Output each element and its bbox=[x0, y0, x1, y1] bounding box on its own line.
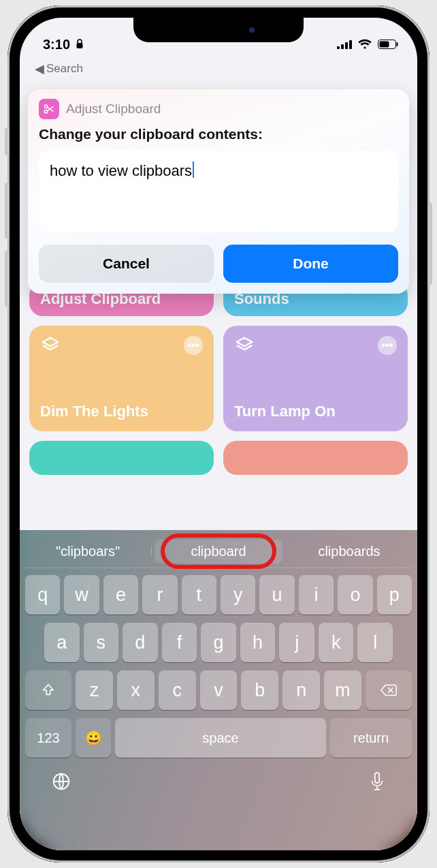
clipboard-input[interactable]: how to view clipboars bbox=[39, 151, 398, 232]
wifi-icon bbox=[357, 39, 372, 50]
back-label: Search bbox=[46, 62, 83, 76]
suggestion-1[interactable]: clipboard bbox=[155, 540, 282, 563]
notch bbox=[133, 18, 304, 42]
back-nav[interactable]: ◀ Search bbox=[20, 59, 417, 76]
volume-down-button bbox=[5, 251, 9, 307]
shortcut-card-dim-lights[interactable]: ••• Dim The Lights bbox=[29, 326, 214, 431]
phone-frame: 3:10 ◀ Search bbox=[7, 5, 430, 863]
key-y[interactable]: y bbox=[221, 575, 255, 615]
key-b[interactable]: b bbox=[241, 670, 278, 710]
key-q[interactable]: q bbox=[25, 575, 60, 615]
shortcut-title: Dim The Lights bbox=[40, 403, 203, 420]
key-d[interactable]: d bbox=[123, 623, 158, 662]
globe-icon[interactable] bbox=[51, 771, 71, 792]
key-k[interactable]: k bbox=[319, 623, 354, 662]
key-return[interactable]: return bbox=[330, 718, 412, 758]
shortcut-card-partial-2[interactable] bbox=[223, 441, 408, 475]
key-emoji[interactable]: 😀 bbox=[76, 718, 111, 758]
svg-rect-0 bbox=[77, 43, 83, 48]
key-v[interactable]: v bbox=[200, 670, 238, 710]
keyboard: "clipboars" clipboard clipboards q w e r… bbox=[20, 530, 417, 850]
chevron-left-icon: ◀ bbox=[35, 61, 44, 76]
scissors-icon bbox=[39, 99, 59, 119]
key-o[interactable]: o bbox=[338, 575, 372, 615]
svg-rect-7 bbox=[397, 42, 398, 46]
key-z[interactable]: z bbox=[76, 670, 113, 710]
key-shift[interactable] bbox=[25, 670, 71, 710]
key-space[interactable]: space bbox=[115, 718, 326, 758]
shortcut-card-partial-1[interactable] bbox=[29, 441, 214, 475]
key-u[interactable]: u bbox=[259, 575, 294, 615]
cancel-button[interactable]: Cancel bbox=[39, 245, 214, 283]
battery-icon bbox=[378, 40, 398, 49]
key-c[interactable]: c bbox=[159, 670, 196, 710]
key-e[interactable]: e bbox=[103, 575, 138, 615]
key-l[interactable]: l bbox=[357, 623, 393, 662]
key-f[interactable]: f bbox=[162, 623, 197, 662]
dictation-icon[interactable] bbox=[368, 771, 386, 792]
key-j[interactable]: j bbox=[279, 623, 314, 662]
volume-up-button bbox=[5, 183, 9, 238]
suggestion-0[interactable]: "clipboars" bbox=[24, 540, 152, 563]
power-button bbox=[428, 203, 432, 285]
suggestion-2[interactable]: clipboards bbox=[285, 540, 413, 563]
more-icon[interactable]: ••• bbox=[378, 336, 397, 355]
stack-icon bbox=[40, 335, 61, 356]
key-w[interactable]: w bbox=[64, 575, 99, 615]
key-x[interactable]: x bbox=[117, 670, 155, 710]
screen: 3:10 ◀ Search bbox=[20, 18, 417, 850]
svg-rect-6 bbox=[380, 42, 389, 48]
svg-rect-1 bbox=[337, 46, 340, 49]
key-t[interactable]: t bbox=[182, 575, 216, 615]
status-time: 3:10 bbox=[43, 37, 70, 52]
suggestion-bar: "clipboars" clipboard clipboards bbox=[24, 536, 413, 568]
svg-rect-3 bbox=[345, 42, 348, 49]
modal-prompt: Change your clipboard contents: bbox=[39, 126, 398, 142]
key-r[interactable]: r bbox=[142, 575, 177, 615]
cellular-signal-icon bbox=[337, 40, 352, 49]
stack-icon bbox=[234, 335, 255, 356]
shortcut-card-turn-lamp-on[interactable]: ••• Turn Lamp On bbox=[223, 326, 408, 431]
svg-rect-2 bbox=[341, 44, 344, 49]
modal-title: Adjust Clipboard bbox=[66, 102, 161, 117]
mute-switch bbox=[5, 128, 9, 155]
key-m[interactable]: m bbox=[324, 670, 361, 710]
key-g[interactable]: g bbox=[201, 623, 236, 662]
svg-rect-11 bbox=[375, 773, 379, 783]
shift-icon bbox=[41, 683, 56, 698]
backspace-icon bbox=[380, 683, 398, 697]
shortcut-title: Turn Lamp On bbox=[234, 403, 397, 420]
input-value: how to view clipboars bbox=[50, 162, 192, 179]
key-s[interactable]: s bbox=[84, 623, 119, 662]
key-i[interactable]: i bbox=[299, 575, 334, 615]
more-icon[interactable]: ••• bbox=[184, 336, 203, 355]
key-n[interactable]: n bbox=[282, 670, 320, 710]
clipboard-modal: Adjust Clipboard Change your clipboard c… bbox=[28, 89, 409, 294]
key-numbers[interactable]: 123 bbox=[25, 718, 71, 758]
key-h[interactable]: h bbox=[240, 623, 276, 662]
text-caret bbox=[193, 161, 194, 178]
svg-rect-4 bbox=[349, 40, 352, 49]
done-button[interactable]: Done bbox=[223, 245, 398, 283]
key-backspace[interactable] bbox=[366, 670, 412, 710]
key-a[interactable]: a bbox=[44, 623, 80, 662]
emoji-icon: 😀 bbox=[85, 730, 102, 746]
key-p[interactable]: p bbox=[377, 575, 412, 615]
portrait-lock-icon bbox=[74, 38, 85, 50]
cancel-label: Cancel bbox=[103, 255, 150, 272]
done-label: Done bbox=[293, 255, 329, 272]
